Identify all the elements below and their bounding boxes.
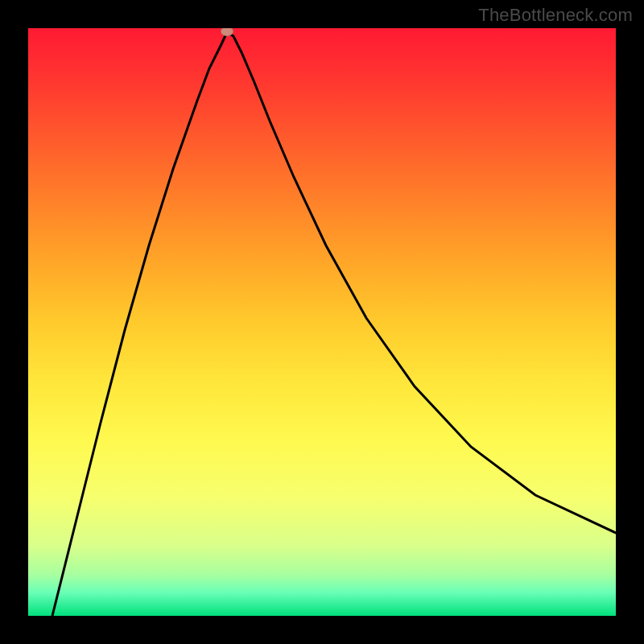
chart-frame: TheBottleneck.com — [0, 0, 644, 644]
watermark-label: TheBottleneck.com — [478, 5, 633, 26]
plot-area — [28, 28, 616, 616]
curve-svg — [28, 28, 616, 616]
bottleneck-curve — [52, 32, 616, 616]
